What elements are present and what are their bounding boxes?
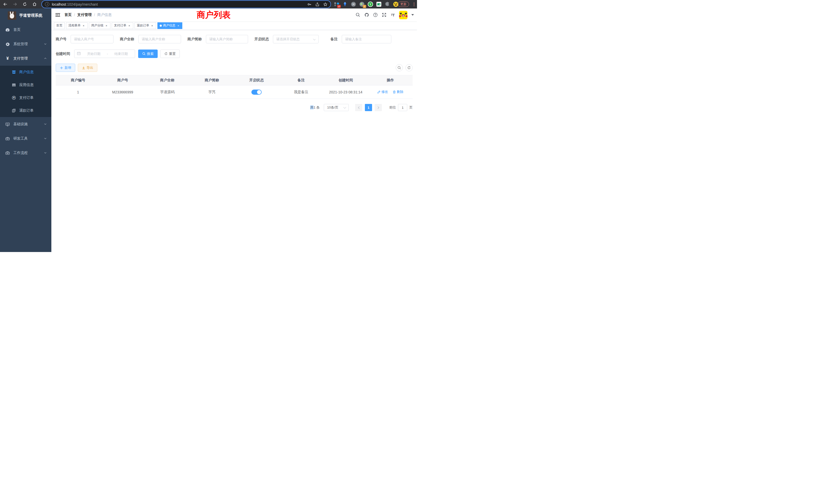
avatar-caret-icon[interactable] bbox=[411, 14, 414, 16]
page-content: 商户号 商户全称 商户简称 开启状态 请选择开启状态 bbox=[51, 30, 417, 252]
page-number-1[interactable]: 1 bbox=[365, 104, 372, 111]
share-icon[interactable] bbox=[315, 2, 320, 6]
browser-back-icon[interactable] bbox=[2, 1, 8, 7]
cell-remark: 我是备注 bbox=[279, 86, 324, 99]
dashboard-icon bbox=[5, 28, 10, 32]
monitor-icon bbox=[5, 122, 10, 127]
cell-merchant-id: 1 bbox=[56, 86, 101, 99]
sidebar-item-system[interactable]: 系统管理 bbox=[0, 37, 51, 51]
cell-merchant-no: M233666999 bbox=[101, 86, 145, 99]
extension-badge: 10 bbox=[337, 5, 341, 8]
page-size-select[interactable]: 10条/页 bbox=[324, 104, 349, 111]
chevron-down-icon bbox=[44, 42, 47, 46]
end-date-placeholder: 结束日期 bbox=[110, 51, 132, 56]
filter-label-create-time: 创建时间 bbox=[56, 51, 70, 56]
reset-button[interactable]: 重置 bbox=[160, 49, 180, 58]
tab-user-group[interactable]: 用户分组× bbox=[89, 22, 110, 29]
tab-label: 商户信息 bbox=[163, 23, 175, 28]
bookmark-star-icon[interactable] bbox=[323, 2, 327, 6]
close-icon[interactable]: × bbox=[105, 24, 108, 27]
next-page-button[interactable] bbox=[375, 104, 382, 111]
help-icon[interactable] bbox=[373, 13, 378, 18]
create-time-range-picker[interactable]: 开始日期 - 结束日期 bbox=[74, 49, 135, 58]
extension-balloon-icon[interactable] bbox=[342, 2, 348, 7]
breadcrumb-payment[interactable]: 支付管理 bbox=[77, 13, 92, 17]
fullscreen-icon[interactable] bbox=[381, 13, 387, 18]
cell-short-name: 芋艿 bbox=[190, 86, 234, 99]
full-name-input[interactable] bbox=[138, 35, 181, 43]
tab-label: 流程表单 bbox=[68, 23, 81, 28]
export-button[interactable]: 导出 bbox=[78, 64, 97, 72]
github-icon[interactable] bbox=[364, 13, 369, 18]
chrome-update-button[interactable]: 更新 bbox=[398, 2, 409, 7]
close-icon[interactable]: × bbox=[177, 24, 180, 27]
close-icon[interactable]: × bbox=[82, 24, 85, 27]
prev-page-button[interactable] bbox=[355, 104, 362, 111]
col-full-name: 商户全称 bbox=[145, 75, 190, 86]
sidebar-item-workflow[interactable]: 工作流程 bbox=[0, 146, 51, 160]
breadcrumb-home[interactable]: 首页 bbox=[64, 13, 72, 17]
tab-merchant-info[interactable]: 商户信息× bbox=[157, 22, 182, 29]
close-icon[interactable]: × bbox=[128, 24, 131, 27]
avatar[interactable] bbox=[399, 11, 408, 19]
extension-puzzle-icon[interactable] bbox=[385, 2, 390, 7]
tab-label: 退款订单 bbox=[137, 23, 149, 28]
sidebar-item-label: 首页 bbox=[13, 27, 21, 32]
app-title: 芋道管理系统 bbox=[19, 13, 42, 18]
browser-reload-icon[interactable] bbox=[22, 1, 28, 7]
search-icon bbox=[142, 52, 146, 55]
delete-link[interactable]: 删除 bbox=[393, 90, 403, 94]
sidebar-item-label: 工作流程 bbox=[13, 151, 28, 155]
header-search-icon[interactable] bbox=[355, 13, 360, 18]
add-button[interactable]: 新增 bbox=[56, 64, 75, 72]
sidebar-item-app-info[interactable]: 应用信息 bbox=[0, 78, 51, 91]
table-row: 1 M233666999 芋道源码 芋艿 我是备注 2021-10-23 08:… bbox=[56, 86, 413, 99]
sidebar-item-dev-tools[interactable]: 研发工具 bbox=[0, 131, 51, 146]
col-remark: 备注 bbox=[279, 75, 324, 86]
sidebar-item-pay-order[interactable]: ¥ 支付订单 bbox=[0, 91, 51, 104]
font-size-icon[interactable]: TT bbox=[390, 13, 395, 18]
sidebar-item-label: 系统管理 bbox=[13, 42, 28, 46]
sidebar-item-label: 应用信息 bbox=[19, 83, 34, 87]
extension-grid-icon[interactable]: 10 bbox=[334, 2, 339, 7]
tab-pay-order[interactable]: 支付订单× bbox=[112, 22, 133, 29]
sidebar-item-infra[interactable]: 基础设施 bbox=[0, 117, 51, 131]
tab-label: 支付订单 bbox=[114, 23, 126, 28]
collapse-sidebar-icon[interactable] bbox=[55, 12, 60, 18]
tab-process-form[interactable]: 流程表单× bbox=[66, 22, 88, 29]
export-button-label: 导出 bbox=[87, 65, 93, 70]
status-toggle[interactable] bbox=[251, 90, 262, 95]
sidebar-item-home[interactable]: 首页 bbox=[0, 23, 51, 37]
filter-label-merchant-no: 商户号 bbox=[56, 37, 66, 42]
sidebar-item-refund-order[interactable]: 退款订单 bbox=[0, 104, 51, 117]
plus-icon bbox=[60, 66, 63, 70]
filter-label-remark: 备注 bbox=[330, 37, 338, 42]
page-info-icon[interactable]: i bbox=[45, 2, 49, 6]
sidebar-item-label: 研发工具 bbox=[13, 136, 28, 141]
short-name-input[interactable] bbox=[206, 35, 248, 43]
show-search-toggle-button[interactable] bbox=[396, 64, 403, 71]
tab-refund-order[interactable]: 退款订单× bbox=[135, 22, 156, 29]
password-key-icon[interactable] bbox=[307, 2, 311, 6]
app-logo-row[interactable]: 芋道管理系统 bbox=[0, 8, 51, 23]
extension-recorder-icon[interactable]: 1 bbox=[359, 2, 365, 7]
status-select[interactable]: 请选择开启状态 bbox=[273, 35, 319, 43]
tab-home[interactable]: 首页 bbox=[54, 22, 65, 29]
sidebar-item-payment[interactable]: ¥ 支付管理 bbox=[0, 51, 51, 66]
search-button[interactable]: 搜索 bbox=[138, 49, 158, 58]
goto-page-input[interactable] bbox=[398, 104, 407, 111]
refresh-table-button[interactable] bbox=[405, 64, 413, 71]
browser-home-icon[interactable] bbox=[31, 1, 38, 7]
browser-forward-icon[interactable] bbox=[12, 1, 18, 7]
merchant-table: 商户编号 商户号 商户全称 商户简称 开启状态 备注 创建时间 操作 1 M23… bbox=[56, 75, 413, 99]
extension-y-icon[interactable]: Y bbox=[368, 2, 373, 7]
chrome-menu-icon[interactable] bbox=[412, 2, 416, 7]
merchant-no-input[interactable] bbox=[71, 35, 113, 43]
url-bar[interactable]: i localhost:1024/pay/merchant bbox=[42, 1, 330, 8]
extension-command-icon[interactable]: ⌘ bbox=[351, 2, 356, 7]
sidebar-item-merchant-info[interactable]: 商户信息 bbox=[0, 66, 51, 78]
extension-chat-icon[interactable] bbox=[376, 2, 381, 7]
close-icon[interactable]: × bbox=[151, 24, 154, 27]
edit-link[interactable]: 修改 bbox=[377, 90, 388, 94]
remark-input[interactable] bbox=[342, 35, 391, 43]
